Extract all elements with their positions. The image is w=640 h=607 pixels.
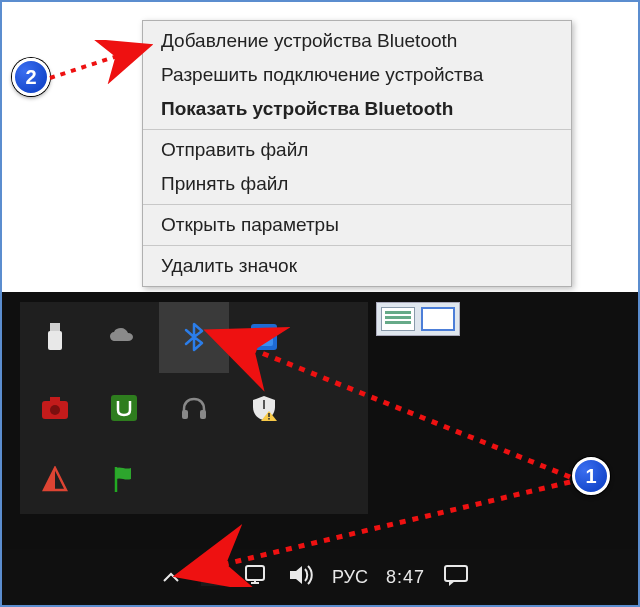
task-view-thumbs[interactable] <box>376 302 460 336</box>
menu-add-bt-device[interactable]: Добавление устройства Bluetooth <box>143 24 571 58</box>
menu-allow-connection[interactable]: Разрешить подключение устройства <box>143 58 571 92</box>
tray-usb-icon[interactable] <box>20 302 90 373</box>
menu-remove-icon[interactable]: Удалить значок <box>143 249 571 283</box>
svg-rect-12 <box>268 418 270 420</box>
bluetooth-context-menu: Добавление устройства Bluetooth Разрешит… <box>142 20 572 287</box>
tray-bluetooth-icon[interactable] <box>159 302 229 373</box>
svg-rect-3 <box>255 328 273 346</box>
tray-chevron-up-icon[interactable] <box>162 567 180 588</box>
taskbar-action-center-icon[interactable] <box>443 563 469 592</box>
svg-rect-7 <box>111 395 137 421</box>
svg-rect-6 <box>50 397 60 402</box>
tray-action-icon[interactable] <box>20 443 90 514</box>
svg-rect-17 <box>201 564 223 574</box>
svg-rect-8 <box>182 410 188 419</box>
taskbar-network-icon[interactable] <box>244 562 270 593</box>
tray-empty <box>229 443 299 514</box>
thumb-1[interactable] <box>381 307 415 331</box>
thumb-2[interactable] <box>421 307 455 331</box>
tray-empty <box>298 443 368 514</box>
svg-rect-20 <box>251 582 259 584</box>
svg-rect-11 <box>268 413 270 417</box>
taskbar-volume-icon[interactable] <box>288 563 314 592</box>
taskbar-language[interactable]: РУС <box>332 567 368 588</box>
svg-rect-0 <box>50 323 60 331</box>
svg-marker-18 <box>201 574 223 586</box>
callout-badge-2: 2 <box>12 58 50 96</box>
svg-rect-23 <box>445 566 467 581</box>
taskbar-clock[interactable]: 8:47 <box>386 567 425 588</box>
svg-point-5 <box>50 405 60 415</box>
tray-intel-icon[interactable] <box>229 302 299 373</box>
tray-security-warn-icon[interactable] <box>229 373 299 444</box>
tray-headphones-icon[interactable] <box>159 373 229 444</box>
tray-onedrive-icon[interactable] <box>90 302 160 373</box>
taskbar: РУС 8:47 <box>2 549 638 605</box>
tray-empty <box>159 443 229 514</box>
menu-send-file[interactable]: Отправить файл <box>143 133 571 167</box>
svg-rect-9 <box>200 410 206 419</box>
tray-utorrent-icon[interactable] <box>90 373 160 444</box>
svg-marker-22 <box>290 566 302 584</box>
system-tray-popup <box>20 302 368 514</box>
callout-badge-1: 1 <box>572 457 610 495</box>
tray-flag-icon[interactable] <box>90 443 160 514</box>
tray-camera-icon[interactable] <box>20 373 90 444</box>
desktop-dark-area: РУС 8:47 <box>2 292 638 605</box>
taskbar-app-icon[interactable] <box>198 561 226 594</box>
menu-open-settings[interactable]: Открыть параметры <box>143 208 571 242</box>
svg-rect-1 <box>48 331 62 350</box>
tray-empty <box>298 302 368 373</box>
menu-receive-file[interactable]: Принять файл <box>143 167 571 201</box>
tray-empty <box>298 373 368 444</box>
svg-rect-19 <box>246 566 264 580</box>
menu-show-bt-devices[interactable]: Показать устройства Bluetooth <box>143 92 571 126</box>
